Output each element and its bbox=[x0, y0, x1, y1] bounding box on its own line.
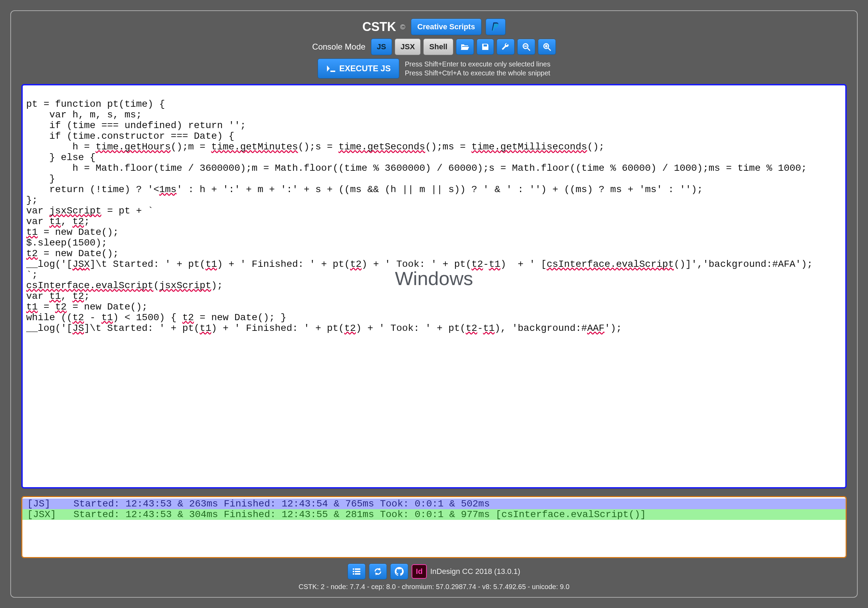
execute-label: EXECUTE JS bbox=[339, 64, 391, 73]
code-editor[interactable]: pt = function pt(time) { var h, m, s, ms… bbox=[21, 84, 847, 489]
prompt-icon bbox=[326, 65, 336, 72]
header-row-2: Console Mode JS JSX Shell bbox=[21, 39, 847, 55]
footer-version-line: CSTK: 2 - node: 7.7.4 - cep: 8.0 - chrom… bbox=[21, 583, 847, 591]
github-icon bbox=[395, 567, 404, 576]
header-row-3: EXECUTE JS Press Shift+Enter to execute … bbox=[21, 59, 847, 79]
settings-button[interactable] bbox=[497, 39, 515, 55]
mode-button-js[interactable]: JS bbox=[371, 39, 392, 55]
list-button[interactable] bbox=[347, 564, 366, 579]
svg-rect-10 bbox=[355, 571, 360, 572]
paypal-icon bbox=[491, 22, 501, 32]
refresh-button[interactable] bbox=[369, 564, 387, 579]
svg-rect-9 bbox=[353, 571, 354, 572]
svg-line-4 bbox=[548, 48, 551, 51]
wrench-icon bbox=[501, 42, 510, 51]
list-icon bbox=[352, 568, 361, 575]
execute-button[interactable]: EXECUTE JS bbox=[318, 59, 399, 79]
zoom-out-button[interactable] bbox=[517, 39, 535, 55]
zoom-in-icon bbox=[542, 42, 551, 51]
mode-button-jsx[interactable]: JSX bbox=[395, 39, 421, 55]
folder-open-icon bbox=[460, 43, 470, 51]
github-button[interactable] bbox=[390, 564, 408, 579]
copyright-label: © bbox=[400, 23, 405, 31]
creative-scripts-button[interactable]: Creative Scripts bbox=[411, 19, 482, 35]
paypal-button[interactable] bbox=[486, 19, 505, 35]
output-line-jsx: [JSX] Started: 12:43:53 & 304ms Finished… bbox=[22, 509, 846, 520]
app-version-label: InDesign CC 2018 (13.0.1) bbox=[430, 567, 521, 576]
watermark-label: Windows bbox=[395, 267, 473, 290]
hint-line-1: Press Shift+Enter to execute only select… bbox=[405, 60, 550, 68]
output-line-js: [JS] Started: 12:43:53 & 263ms Finished:… bbox=[22, 498, 846, 509]
hint-line-2: Press Shift+Ctrl+A to execute the whole … bbox=[405, 68, 550, 78]
save-button[interactable] bbox=[477, 39, 494, 55]
header-row-1: CSTK © Creative Scripts bbox=[21, 19, 847, 35]
svg-rect-11 bbox=[353, 573, 354, 575]
refresh-icon bbox=[374, 567, 382, 576]
app-id-badge: Id bbox=[412, 564, 427, 579]
main-panel: CSTK © Creative Scripts Console Mode JS … bbox=[10, 10, 858, 598]
execute-hints: Press Shift+Enter to execute only select… bbox=[405, 60, 550, 78]
footer: Id InDesign CC 2018 (13.0.1) CSTK: 2 - n… bbox=[21, 564, 847, 591]
save-icon bbox=[481, 43, 490, 51]
svg-rect-7 bbox=[353, 568, 354, 570]
output-console[interactable]: [JS] Started: 12:43:53 & 263ms Finished:… bbox=[21, 496, 847, 558]
mode-button-shell[interactable]: Shell bbox=[423, 39, 453, 55]
app-title: CSTK bbox=[363, 20, 396, 34]
code-content: pt = function pt(time) { var h, m, s, ms… bbox=[26, 99, 812, 333]
indesign-icon: Id bbox=[416, 567, 423, 576]
svg-rect-8 bbox=[355, 568, 360, 570]
console-mode-label: Console Mode bbox=[312, 42, 366, 52]
svg-line-1 bbox=[528, 48, 530, 51]
zoom-in-button[interactable] bbox=[538, 39, 556, 55]
footer-row-1: Id InDesign CC 2018 (13.0.1) bbox=[21, 564, 847, 579]
open-button[interactable] bbox=[456, 39, 474, 55]
zoom-out-icon bbox=[522, 42, 531, 51]
svg-rect-12 bbox=[355, 573, 360, 575]
